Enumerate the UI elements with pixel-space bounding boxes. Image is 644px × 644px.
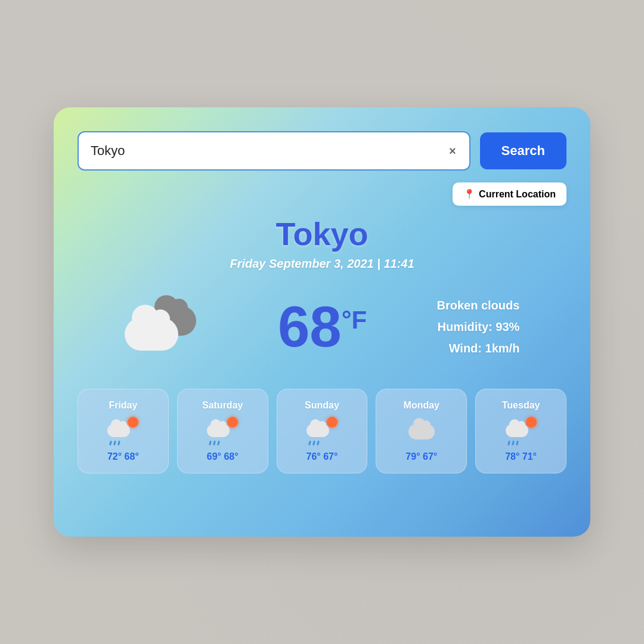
forecast-temps-friday: 72° 68° (107, 451, 139, 462)
forecast-icon-sunday (306, 417, 338, 445)
forecast-day-friday: Friday (109, 400, 137, 411)
forecast-icon-friday (107, 417, 138, 445)
current-location-button[interactable]: 📍 Current Location (453, 182, 566, 206)
forecast-day-monday: Monday (404, 400, 439, 411)
forecast-day-saturday: Saturday (202, 400, 243, 411)
weather-details: Broken clouds Humidity: 93% Wind: 1km/h (436, 295, 519, 359)
forecast-icon-monday (408, 417, 435, 445)
datetime: Friday September 3, 2021 | 11:41 (78, 257, 566, 271)
current-location-row: 📍 Current Location (78, 182, 566, 206)
pin-icon: 📍 (463, 188, 475, 200)
temperature-unit: °F (342, 308, 367, 333)
weather-card: × Search 📍 Current Location Tokyo Friday… (54, 107, 590, 537)
clear-button[interactable]: × (444, 142, 461, 160)
forecast-icon-saturday (207, 417, 238, 445)
weather-icon-large (125, 300, 208, 354)
wind-value: Wind: 1km/h (436, 338, 519, 359)
forecast-temps-sunday: 76° 67° (306, 451, 338, 462)
forecast-day-tuesday: Tuesday (502, 400, 540, 411)
forecast-temps-saturday: 69° 68° (207, 451, 239, 462)
weather-main: 68 °F Broken clouds Humidity: 93% Wind: … (78, 295, 566, 359)
search-button[interactable]: Search (480, 132, 566, 169)
cloud-front (125, 318, 178, 351)
forecast-row: Friday 72° 68° Saturday (78, 389, 566, 473)
search-input[interactable] (78, 131, 470, 171)
forecast-icon-tuesday (506, 417, 537, 445)
search-input-wrapper: × (78, 131, 470, 171)
forecast-saturday: Saturday 69° 68° (177, 389, 268, 473)
weather-condition: Broken clouds (436, 295, 519, 316)
forecast-monday: Monday 79° 67° (376, 389, 467, 473)
current-location-label: Current Location (479, 189, 556, 200)
temperature-value: 68 (278, 298, 342, 355)
forecast-day-sunday: Sunday (305, 400, 339, 411)
forecast-friday: Friday 72° 68° (78, 389, 169, 473)
forecast-temps-monday: 79° 67° (405, 451, 437, 462)
forecast-tuesday: Tuesday 78° 71° (475, 389, 566, 473)
forecast-sunday: Sunday 76° 67° (277, 389, 368, 473)
humidity-value: Humidity: 93% (436, 316, 519, 338)
forecast-temps-tuesday: 78° 71° (505, 451, 537, 462)
city-name: Tokyo (78, 215, 566, 252)
temperature-display: 68 °F (278, 298, 367, 355)
search-row: × Search (78, 131, 566, 171)
